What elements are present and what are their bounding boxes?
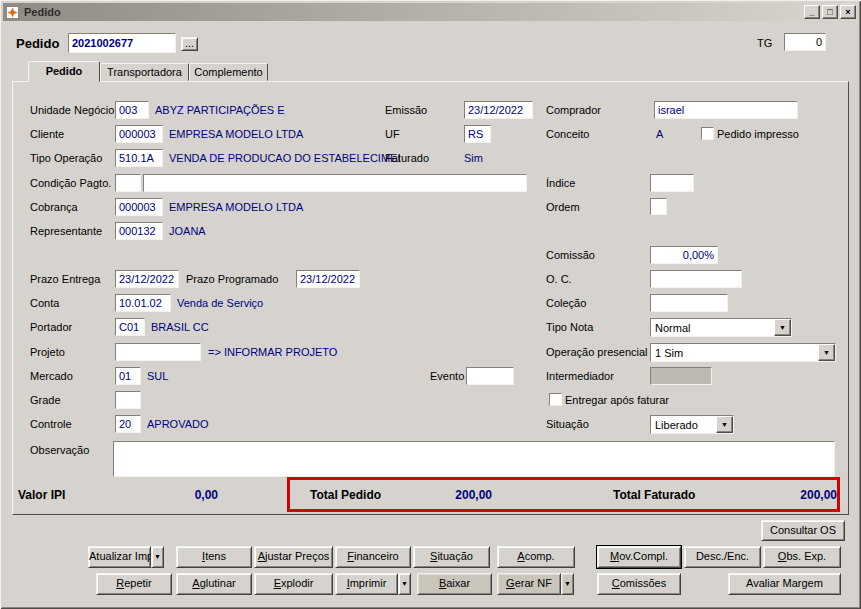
mov-compl-button[interactable]: Mov.Compl. xyxy=(597,546,681,568)
acomp-button[interactable]: Acomp. xyxy=(497,546,575,568)
pedido-lookup-button[interactable]: ... xyxy=(181,37,198,51)
tg-input[interactable] xyxy=(784,33,826,51)
obs-exp-button[interactable]: Obs. Exp. xyxy=(763,546,841,568)
close-icon[interactable]: × xyxy=(840,5,856,19)
pedido-window: Pedido _ □ × Pedido ... TG Pedido Transp… xyxy=(0,0,861,609)
app-icon xyxy=(6,6,19,19)
minimize-icon[interactable]: _ xyxy=(804,5,820,19)
baixar-button[interactable]: Baixar xyxy=(417,573,492,595)
tab-pedido[interactable]: Pedido xyxy=(28,61,100,82)
explodir-button[interactable]: Explodir xyxy=(254,573,333,595)
window-title: Pedido xyxy=(24,6,61,18)
imprimir-dropdown-icon[interactable]: ▼ xyxy=(398,573,411,595)
gerar-nf-button[interactable]: Gerar NF xyxy=(497,573,561,595)
itens-button[interactable]: Itens xyxy=(176,546,252,568)
consultar-os-button[interactable]: Consultar OS xyxy=(761,520,845,541)
tab-transportadora[interactable]: Transportadora xyxy=(100,63,189,81)
gerar-nf-dropdown-icon[interactable]: ▼ xyxy=(561,573,574,595)
desc-enc-button[interactable]: Desc./Enc. xyxy=(684,546,761,568)
comissoes-button[interactable]: Comissões xyxy=(597,573,681,595)
avaliar-margem-button[interactable]: Avaliar Margem xyxy=(728,573,841,595)
financeiro-button[interactable]: Financeiro xyxy=(335,546,411,568)
ajustar-precos-button[interactable]: Ajustar Preços xyxy=(254,546,333,568)
aglutinar-button[interactable]: Aglutinar xyxy=(176,573,252,595)
maximize-icon[interactable]: □ xyxy=(822,5,838,19)
atualizar-imp-button[interactable]: Atualizar Imp xyxy=(88,546,151,568)
tg-label: TG xyxy=(757,37,772,49)
titlebar: Pedido _ □ × xyxy=(3,3,858,21)
tab-panel xyxy=(12,81,849,515)
tab-complemento[interactable]: Complemento xyxy=(189,63,268,81)
imprimir-button[interactable]: Imprimir xyxy=(335,573,398,595)
atualizar-imp-dropdown-icon[interactable]: ▼ xyxy=(151,546,164,568)
situacao-button[interactable]: Situação xyxy=(413,546,490,568)
repetir-button[interactable]: Repetir xyxy=(96,573,172,595)
pedido-header-label: Pedido xyxy=(16,36,59,51)
pedido-number-input[interactable] xyxy=(68,33,176,53)
